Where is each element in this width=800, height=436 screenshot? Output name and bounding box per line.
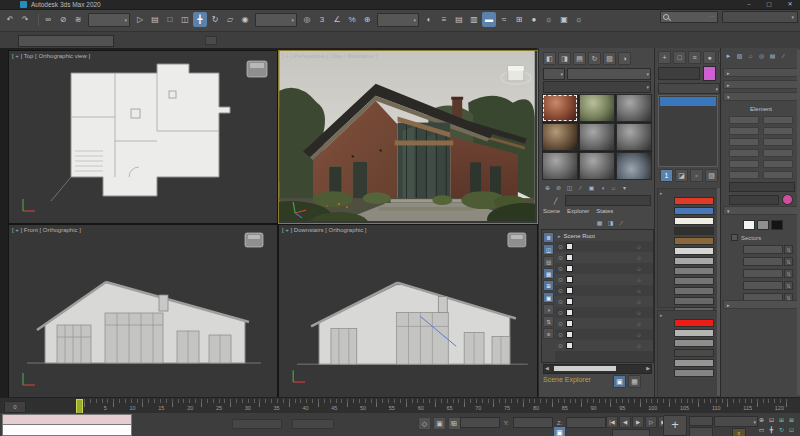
- align-icon[interactable]: ≡: [437, 12, 451, 27]
- explorer-row[interactable]: ⊙⊙: [555, 329, 653, 340]
- display-all-icon[interactable]: ≣: [543, 232, 554, 243]
- selection-lock-icon[interactable]: ◇: [418, 417, 431, 430]
- command-button[interactable]: [729, 171, 759, 179]
- named-selection-sets-dropdown[interactable]: ▾: [377, 13, 419, 27]
- coordinate-field[interactable]: [566, 417, 606, 428]
- selected-list-row[interactable]: [660, 97, 716, 106]
- toggle-ribbon-icon[interactable]: ▬: [482, 12, 496, 27]
- eye-icon[interactable]: ⊙: [558, 276, 563, 283]
- key-mode-field-2[interactable]: [689, 427, 713, 436]
- reference-coordinate-dropdown[interactable]: ▾: [255, 13, 297, 27]
- color-swatch[interactable]: [674, 237, 714, 245]
- snap-toggle-icon[interactable]: 3: [315, 12, 329, 27]
- color-swatch[interactable]: [674, 369, 714, 377]
- make-preview-icon[interactable]: ▧: [603, 52, 616, 65]
- gray-material-slot[interactable]: [579, 152, 615, 180]
- create-icon[interactable]: ►: [724, 51, 733, 60]
- rectangular-selection-region-icon[interactable]: □: [163, 12, 177, 27]
- menu-explorer[interactable]: Explorer: [567, 208, 589, 214]
- find-icon[interactable]: ▦: [595, 218, 604, 227]
- rollout-collapsed-1[interactable]: ▸: [723, 68, 798, 77]
- hierarchy-mode-icon[interactable]: ≡: [543, 328, 554, 339]
- redo-icon[interactable]: ↷: [18, 12, 32, 27]
- lock-set-icon[interactable]: ◪: [675, 169, 688, 182]
- docked-dropdown[interactable]: [18, 35, 114, 47]
- rollout-sectors-header[interactable]: ▾: [723, 206, 798, 215]
- minimize-button[interactable]: –: [742, 0, 756, 8]
- display-cameras-icon[interactable]: ⊞: [543, 280, 554, 291]
- pan-view-icon[interactable]: ╋: [767, 425, 776, 434]
- menu-scene[interactable]: Scene: [543, 208, 560, 214]
- list-view-icon[interactable]: ≡: [688, 51, 701, 64]
- workspace-dropdown[interactable]: ▾: [722, 11, 798, 23]
- spinner-arrows-icon[interactable]: ⇅: [784, 257, 793, 266]
- eye-icon[interactable]: ⊙: [558, 265, 563, 272]
- material-mode-dropdown[interactable]: ▾: [543, 68, 565, 80]
- unlink-selection-icon[interactable]: ⊘: [56, 12, 70, 27]
- coordinate-field[interactable]: [460, 417, 500, 428]
- object-color-chip[interactable]: [566, 298, 573, 305]
- active-color-swatch[interactable]: [703, 66, 716, 81]
- color-swatch[interactable]: [674, 207, 714, 215]
- command-button[interactable]: [729, 160, 759, 168]
- selection-filter-dropdown[interactable]: ▾: [88, 13, 130, 27]
- material-id-channel-icon[interactable]: ◑: [598, 183, 607, 192]
- color-swatch[interactable]: [674, 227, 714, 235]
- selected-track-dropdown[interactable]: ▾: [714, 416, 758, 427]
- element-name-field[interactable]: [729, 195, 779, 205]
- sort-order-icon[interactable]: ⇅: [543, 316, 554, 327]
- viewport-downstairs[interactable]: [ + ] Downstairs [ Orthographic ]: [278, 224, 538, 398]
- filter-icon[interactable]: ∕: [617, 218, 626, 227]
- shade-swatch[interactable]: [743, 220, 755, 230]
- color-swatch[interactable]: [674, 287, 714, 295]
- layers-dropdown[interactable]: ▾: [658, 83, 720, 94]
- zoom-region-icon[interactable]: ▭: [757, 425, 766, 434]
- command-button[interactable]: [763, 127, 793, 135]
- select-by-material-icon[interactable]: ◑: [618, 52, 631, 65]
- frame-number-field[interactable]: [612, 429, 650, 436]
- material-name-field[interactable]: [565, 195, 651, 206]
- time-slider-handle[interactable]: [76, 399, 83, 414]
- command-button[interactable]: [763, 138, 793, 146]
- go-to-start-icon[interactable]: |◀: [606, 416, 618, 428]
- rollout-collapsed-2[interactable]: ▸: [723, 80, 798, 89]
- rollout-collapsed-3[interactable]: ▸: [723, 300, 798, 309]
- gray-material-slot[interactable]: [616, 94, 652, 122]
- explorer-row[interactable]: ▸Scene Root: [555, 230, 653, 241]
- render-setup-icon[interactable]: ☼: [542, 12, 556, 27]
- sort-icon[interactable]: ◨: [606, 218, 615, 227]
- rollout-element-header[interactable]: ▾: [723, 92, 798, 101]
- explorer-row[interactable]: ⊙⊙: [555, 340, 653, 351]
- eye-icon[interactable]: ⊙: [558, 320, 563, 327]
- viewport-perspective[interactable]: [ + ] Perspective [ Clay / Illustrative …: [278, 50, 538, 224]
- play-animation-icon[interactable]: ▶: [632, 416, 644, 428]
- get-material-icon[interactable]: ⊕: [543, 183, 552, 192]
- scroll-right-icon[interactable]: ▶: [646, 365, 650, 371]
- make-material-copy-icon[interactable]: ∕: [576, 183, 585, 192]
- select-and-rotate-icon[interactable]: ↻: [208, 12, 222, 27]
- modify-icon[interactable]: ▧: [735, 51, 744, 60]
- color-swatch[interactable]: [674, 297, 714, 305]
- eye-icon[interactable]: ⊙: [558, 287, 563, 294]
- select-object-icon[interactable]: ▷: [133, 12, 147, 27]
- close-button[interactable]: ✕: [783, 0, 797, 8]
- explorer-row[interactable]: ⊙⊙: [555, 285, 653, 296]
- bind-to-space-warp-icon[interactable]: ≋: [71, 12, 85, 27]
- command-button[interactable]: [729, 127, 759, 135]
- spinner-arrows-icon[interactable]: ⇅: [784, 245, 793, 254]
- viewport-downstairs-label[interactable]: [ + ] Downstairs [ Orthographic ]: [282, 227, 367, 233]
- maximize-button[interactable]: ▢: [762, 0, 776, 8]
- color-swatch[interactable]: [674, 329, 714, 337]
- spinner-field[interactable]: [743, 269, 783, 278]
- percent-snap-toggle-icon[interactable]: %: [345, 12, 359, 27]
- next-frame-icon[interactable]: ▷: [645, 416, 657, 428]
- zoom-extents-all-icon[interactable]: ⊠: [787, 415, 796, 424]
- key-mode-field-1[interactable]: [689, 416, 713, 426]
- environment-material-slot[interactable]: [616, 152, 652, 180]
- color-swatch[interactable]: [674, 349, 714, 357]
- layers-listbox[interactable]: [658, 95, 718, 167]
- sphere-view-icon[interactable]: ●: [703, 51, 716, 64]
- spinner-field[interactable]: [743, 281, 783, 290]
- explorer-row[interactable]: ⊙⊙: [555, 307, 653, 318]
- eye-icon[interactable]: ⊙: [558, 331, 563, 338]
